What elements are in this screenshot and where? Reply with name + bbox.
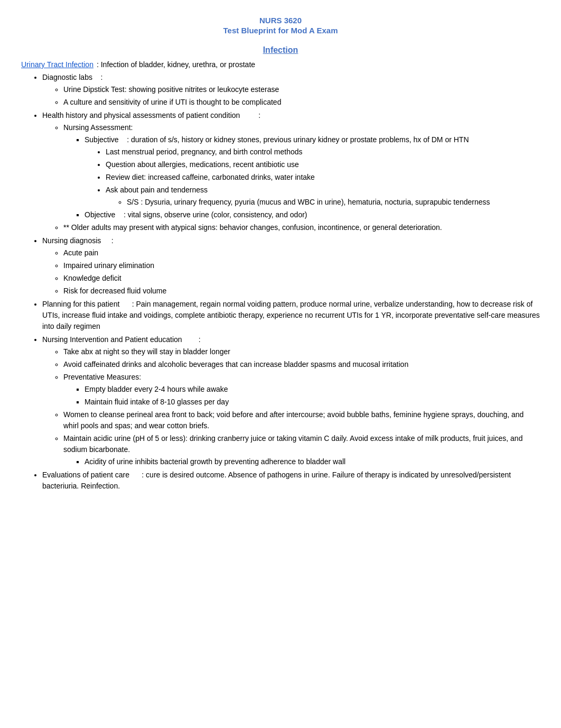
list-item: Urine Dipstick Test: showing positive ni… [63,84,540,95]
health-history-list: Nursing Assessment: Subjective : duratio… [63,122,540,233]
diagnostic-labs-list: Urine Dipstick Test: showing positive ni… [63,84,540,108]
item-text: Acute pain [63,248,98,257]
list-item: Planning for this patient : Pain managem… [42,299,540,332]
list-item: Health history and physical assessments … [42,110,540,233]
list-item: Review diet: increased caffeine, carbona… [106,172,540,183]
item-text: Preventative Measures: [63,373,141,381]
item-text: Maintain acidic urine (pH of 5 or less):… [63,434,522,454]
list-item: Take abx at night so they will stay in b… [63,346,540,357]
list-item: Nursing Assessment: Subjective : duratio… [63,122,540,220]
list-item: A culture and sensitivity of urine if UT… [63,97,540,108]
item-text: Objective : vital signs, observe urine (… [85,210,307,219]
list-item: Women to cleanse perineal area front to … [63,409,540,431]
item-text: Health history and physical assessments … [42,111,260,119]
nursing-assessment-list: Subjective : duration of s/s, history or… [85,134,540,220]
item-text: Maintain fluid intake of 8-10 glasses pe… [85,398,229,406]
item-text: Planning for this patient : Pain managem… [42,300,540,330]
item-text: Urine Dipstick Test: showing positive ni… [63,85,279,94]
item-text: A culture and sensitivity of urine if UT… [63,98,281,106]
item-text: Review diet: increased caffeine, carbona… [106,173,315,181]
item-text: Diagnostic labs : [42,73,102,81]
item-text: Empty bladder every 2-4 hours while awak… [85,385,228,393]
list-item: Diagnostic labs : Urine Dipstick Test: s… [42,72,540,108]
list-item: Maintain fluid intake of 8-10 glasses pe… [85,397,540,408]
exam-title: Test Blueprint for Mod A Exam [21,26,540,35]
pain-tenderness-list: S/S : Dysuria, urinary frequency, pyuria… [127,197,540,208]
list-item: Evaluations of patient care : cure is de… [42,469,540,492]
item-text: Nursing Assessment: [63,123,133,132]
list-item: ** Older adults may present with atypica… [63,222,540,233]
list-item: Question about allergies, medications, r… [106,159,540,170]
uti-description: : Infection of bladder, kidney, urethra,… [97,60,255,69]
item-text: Impaired urinary elimination [63,261,154,270]
page-header: NURS 3620 Test Blueprint for Mod A Exam [21,16,540,35]
item-text: Subjective : duration of s/s, history or… [85,135,469,144]
course-title: NURS 3620 [21,16,540,25]
item-text: Acidity of urine inhibits bacterial grow… [85,457,345,466]
list-item: Acute pain [63,247,540,259]
item-text: Take abx at night so they will stay in b… [63,347,230,356]
item-text: Evaluations of patient care : cure is de… [42,471,511,490]
list-item: Avoid caffeinated drinks and alcoholic b… [63,359,540,370]
list-item: Nursing diagnosis : Acute pain Impaired … [42,235,540,297]
list-item: Last menstrual period, pregnancy, and bi… [106,146,540,158]
nursing-intervention-list: Take abx at night so they will stay in b… [63,346,540,467]
item-text: ** Older adults may present with atypica… [63,223,442,232]
list-item: Risk for decreased fluid volume [63,285,540,297]
nursing-diagnosis-list: Acute pain Impaired urinary elimination … [63,247,540,297]
item-text: Knowledge deficit [63,274,121,282]
list-item: Preventative Measures: Empty bladder eve… [63,372,540,408]
list-item: Maintain acidic urine (pH of 5 or less):… [63,433,540,467]
preventative-measures-list: Empty bladder every 2-4 hours while awak… [85,384,540,408]
list-item: Nursing Intervention and Patient educati… [42,334,540,467]
list-item: Objective : vital signs, observe urine (… [85,209,540,220]
list-item: Acidity of urine inhibits bacterial grow… [85,456,540,467]
item-text: Nursing Intervention and Patient educati… [42,335,201,344]
list-item: Empty bladder every 2-4 hours while awak… [85,384,540,395]
item-text: Ask about pain and tenderness [106,186,208,194]
section-heading-infection: Infection [21,45,540,55]
item-text: Last menstrual period, pregnancy, and bi… [106,148,303,156]
item-text: S/S : Dysuria, urinary frequency, pyuria… [127,198,490,206]
list-item: Impaired urinary elimination [63,260,540,271]
uti-level1-list: Diagnostic labs : Urine Dipstick Test: s… [42,72,540,492]
list-item: Ask about pain and tenderness S/S : Dysu… [106,185,540,208]
list-item: Knowledge deficit [63,273,540,284]
uti-heading-line: Urinary Tract Infection : Infection of b… [21,60,540,69]
subjective-list: Last menstrual period, pregnancy, and bi… [106,146,540,208]
item-text: Avoid caffeinated drinks and alcoholic b… [63,360,408,368]
item-text: Nursing diagnosis : [42,236,114,245]
item-text: Question about allergies, medications, r… [106,160,299,169]
item-text: Women to cleanse perineal area front to … [63,410,523,430]
uti-link[interactable]: Urinary Tract Infection [21,60,94,69]
item-text: Risk for decreased fluid volume [63,287,166,295]
acidic-urine-list: Acidity of urine inhibits bacterial grow… [85,456,540,467]
list-item: Subjective : duration of s/s, history or… [85,134,540,208]
list-item: S/S : Dysuria, urinary frequency, pyuria… [127,197,540,208]
